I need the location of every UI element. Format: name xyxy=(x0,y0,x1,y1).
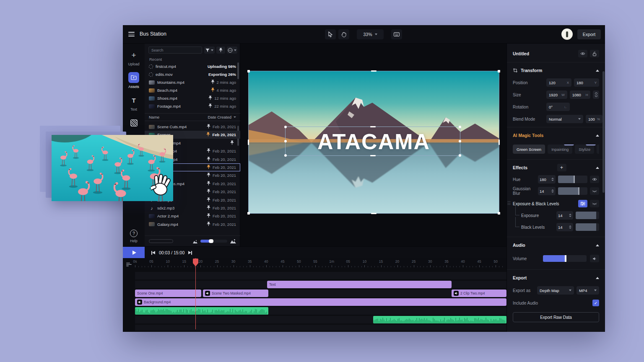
timeline-clip[interactable]: 2 Clip Two.mp4 xyxy=(452,290,506,297)
blend-mode-dropdown[interactable]: Normal xyxy=(546,115,583,123)
collapse-icon[interactable] xyxy=(596,167,599,169)
position-x-input[interactable]: 120X xyxy=(546,78,571,87)
timeline-clip[interactable]: Scene Two Masked.mp4 xyxy=(203,290,268,297)
pin-icon[interactable] xyxy=(207,189,210,194)
selection-handle[interactable] xyxy=(371,70,377,72)
table-row[interactable]: Scene Cuts.mp4Feb 20, 2021 xyxy=(145,123,240,131)
pin-icon[interactable] xyxy=(208,96,212,101)
size-h-input[interactable]: 1080H xyxy=(570,90,591,99)
selection-handle[interactable] xyxy=(370,126,376,127)
selection-handle[interactable] xyxy=(459,140,461,142)
effect-slider[interactable] xyxy=(558,176,587,183)
play-button[interactable] xyxy=(123,247,145,259)
asset-table-header[interactable]: Name Date Created xyxy=(145,113,240,121)
selection-handle[interactable] xyxy=(499,140,500,145)
rotation-input[interactable]: 0°∟ xyxy=(546,103,570,111)
effect-slider[interactable] xyxy=(576,223,599,231)
drag-handle-icon[interactable] xyxy=(508,201,510,205)
recent-item[interactable]: edits.movExporting 26% xyxy=(145,70,240,78)
more-options-button[interactable] xyxy=(227,47,237,54)
collapse-icon[interactable] xyxy=(596,244,599,246)
recent-item[interactable]: Footage.mp422 mins ago xyxy=(145,102,240,110)
pin-icon[interactable] xyxy=(207,148,210,154)
hand-tool-button[interactable] xyxy=(338,29,349,39)
layer-name[interactable]: Untitled xyxy=(513,51,529,56)
ai-tool-button[interactable]: Green Screen xyxy=(513,145,545,154)
opacity-input[interactable]: 100% xyxy=(586,115,602,123)
effect-visibility-button[interactable] xyxy=(590,176,599,183)
effect-row[interactable]: Gaussian Blur14 xyxy=(513,187,599,195)
timeline-audio-clip[interactable] xyxy=(373,316,506,323)
pin-icon[interactable] xyxy=(207,205,210,211)
sidebar-item-text[interactable]: T Text xyxy=(123,95,145,111)
selection-handle[interactable] xyxy=(284,154,287,157)
skip-forward-button[interactable] xyxy=(188,251,192,255)
lock-button[interactable] xyxy=(590,50,599,57)
selection-handle[interactable] xyxy=(498,212,500,215)
effect-group-header[interactable]: Exposure & Black Levels xyxy=(513,199,599,208)
pin-icon[interactable] xyxy=(230,140,234,146)
timeline-clip[interactable]: Background.mp4 xyxy=(135,298,506,306)
collapse-icon[interactable] xyxy=(596,70,599,72)
table-row[interactable]: Actor 2.mp4Feb 20, 2021 xyxy=(145,212,240,220)
sidebar-item-upload[interactable]: + Upload xyxy=(123,49,145,66)
pin-icon[interactable] xyxy=(207,165,210,170)
pin-icon[interactable] xyxy=(207,181,210,186)
timeline-clip[interactable]: Scene One.mp4 xyxy=(135,290,201,297)
selection-handle[interactable] xyxy=(459,154,461,157)
recent-item[interactable]: Beach.mp44 mins ago xyxy=(145,86,240,94)
recent-item[interactable]: Mountains.mp42 mins ago xyxy=(145,78,240,86)
link-dimensions-button[interactable] xyxy=(593,90,599,99)
position-y-input[interactable]: 180Y xyxy=(574,78,599,87)
effect-value-stepper[interactable]: 14 xyxy=(556,223,573,231)
ai-tool-button[interactable]: Colorizesoon xyxy=(597,145,599,154)
effect-slider[interactable] xyxy=(576,212,599,219)
export-button[interactable]: Export xyxy=(577,29,601,39)
pin-icon[interactable] xyxy=(207,197,210,203)
effect-visibility-button[interactable] xyxy=(590,187,599,195)
recent-item[interactable]: Shoes.mp412 mins ago xyxy=(145,94,240,102)
recent-item[interactable]: firstcut.mp4Uploading 56% xyxy=(145,62,240,70)
visibility-button[interactable] xyxy=(578,50,587,57)
pin-icon[interactable] xyxy=(207,124,210,129)
pin-icon[interactable] xyxy=(206,132,210,137)
pin-filter-button[interactable] xyxy=(216,47,225,54)
stepper-arrows[interactable] xyxy=(569,214,571,217)
keyboard-shortcuts-button[interactable] xyxy=(391,29,402,39)
search-input[interactable] xyxy=(148,47,202,54)
sidebar-item-elements[interactable] xyxy=(123,117,145,128)
effect-slider[interactable] xyxy=(558,187,587,195)
selection-handle[interactable] xyxy=(370,155,376,156)
pin-icon[interactable] xyxy=(207,222,210,227)
pin-icon[interactable] xyxy=(211,88,215,93)
zoom-level-dropdown[interactable]: 33% xyxy=(357,29,384,39)
stepper-arrows[interactable] xyxy=(551,189,554,193)
menu-icon[interactable] xyxy=(128,32,135,36)
pin-icon[interactable] xyxy=(208,103,212,109)
timeline-clip[interactable]: Text xyxy=(267,281,452,288)
selection-handle[interactable] xyxy=(248,140,249,145)
filter-button[interactable] xyxy=(204,47,215,54)
ai-tool-button[interactable]: Inpaintingsoon xyxy=(548,145,572,154)
effect-child-row[interactable]: Black Levels14 xyxy=(513,223,599,231)
select-tool-button[interactable] xyxy=(325,29,336,39)
mute-button[interactable] xyxy=(590,255,599,262)
horizontal-scrollbar[interactable] xyxy=(149,239,173,243)
pin-icon[interactable] xyxy=(207,157,210,162)
collapse-icon[interactable] xyxy=(596,277,599,279)
playhead-line[interactable] xyxy=(195,258,196,329)
name-column-header[interactable]: Name xyxy=(149,115,159,119)
help-button[interactable]: ? Help xyxy=(123,230,145,243)
export-format-dropdown[interactable]: Depth Map xyxy=(537,286,574,295)
effect-row[interactable]: Hue180 xyxy=(513,175,599,184)
effect-value-stepper[interactable]: 14 xyxy=(538,187,556,195)
pin-icon[interactable] xyxy=(207,173,210,178)
collapse-icon[interactable] xyxy=(596,134,599,137)
effect-visibility-button[interactable] xyxy=(590,200,599,207)
avatar[interactable] xyxy=(561,28,573,40)
snap-icon[interactable] xyxy=(126,261,132,269)
pin-icon[interactable] xyxy=(207,213,210,219)
selection-handle[interactable] xyxy=(459,126,461,128)
sidebar-item-assets[interactable]: Assets xyxy=(123,72,145,89)
text-selection-box[interactable] xyxy=(285,127,460,156)
